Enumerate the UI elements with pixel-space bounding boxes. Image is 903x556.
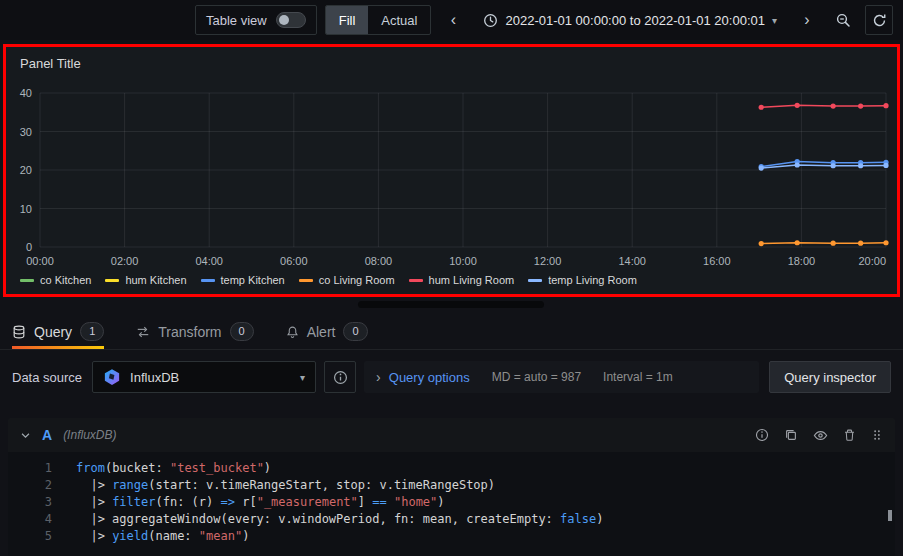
time-range-text: 2022-01-01 00:00:00 to 2022-01-01 20:00:… bbox=[505, 13, 765, 28]
legend-swatch bbox=[201, 279, 215, 282]
legend-label: temp Living Room bbox=[548, 274, 637, 286]
interval-text: Interval = 1m bbox=[603, 370, 673, 384]
legend-item[interactable]: hum Kitchen bbox=[105, 274, 186, 286]
line-number: 5 bbox=[8, 528, 52, 545]
grip-icon bbox=[871, 428, 883, 442]
tab-query-label: Query bbox=[34, 324, 72, 340]
remove-query-button[interactable] bbox=[843, 428, 856, 442]
panel-title: Panel Title bbox=[6, 47, 897, 71]
transform-count-badge: 0 bbox=[230, 322, 254, 341]
code-line[interactable]: 3 |> filter(fn: (r) => r["_measurement"]… bbox=[8, 494, 895, 511]
legend-swatch bbox=[409, 279, 423, 282]
legend-item[interactable]: hum Living Room bbox=[409, 274, 515, 286]
help-circle-icon bbox=[755, 428, 769, 442]
datasource-row: Data source InfluxDB ▾ › Query options M… bbox=[0, 360, 903, 394]
flux-code: 1from(bucket: "test_bucket")2 |> range(s… bbox=[8, 460, 895, 545]
tab-alert[interactable]: Alert 0 bbox=[286, 314, 368, 349]
svg-text:00:00: 00:00 bbox=[26, 255, 54, 267]
hide-response-button[interactable] bbox=[813, 428, 828, 443]
line-number: 2 bbox=[8, 477, 52, 494]
drag-query-handle[interactable] bbox=[871, 428, 883, 442]
duplicate-query-button[interactable] bbox=[784, 428, 798, 442]
legend-swatch bbox=[299, 279, 313, 282]
table-view-switch[interactable] bbox=[276, 12, 306, 28]
editor-overview-mark bbox=[888, 510, 892, 521]
info-circle-icon bbox=[333, 370, 348, 385]
eye-icon bbox=[813, 428, 828, 443]
select-caret-icon: ▾ bbox=[300, 372, 305, 383]
query-options-label: Query options bbox=[389, 370, 470, 385]
caret-down-icon: ▾ bbox=[772, 15, 777, 26]
fill-actual-segment: Fill Actual bbox=[325, 5, 432, 35]
legend-item[interactable]: temp Kitchen bbox=[201, 274, 285, 286]
datasource-value: InfluxDB bbox=[130, 370, 179, 385]
legend-label: hum Kitchen bbox=[125, 274, 186, 286]
query-editor-header: A (InfluxDB) bbox=[8, 418, 895, 452]
influxdb-logo bbox=[103, 368, 121, 386]
svg-text:14:00: 14:00 bbox=[618, 255, 646, 267]
pane-resize-handle[interactable] bbox=[358, 301, 544, 308]
bell-icon bbox=[286, 325, 299, 339]
timeseries-chart[interactable]: 01020304000:0002:0004:0006:0008:0010:001… bbox=[10, 83, 895, 273]
legend-swatch bbox=[20, 279, 34, 282]
trash-icon bbox=[843, 428, 856, 442]
svg-text:10:00: 10:00 bbox=[449, 255, 477, 267]
legend-item[interactable]: co Kitchen bbox=[20, 274, 91, 286]
options-chevron-icon: › bbox=[376, 369, 381, 385]
database-icon bbox=[12, 325, 26, 339]
svg-text:18:00: 18:00 bbox=[788, 255, 816, 267]
chevron-right-icon: › bbox=[804, 11, 809, 29]
editor-tabs: Query 1 Transform 0 Alert 0 bbox=[0, 314, 903, 350]
time-range-picker[interactable]: 2022-01-01 00:00:00 to 2022-01-01 20:00:… bbox=[475, 5, 785, 35]
svg-text:08:00: 08:00 bbox=[365, 255, 393, 267]
time-shift-forward-button[interactable]: › bbox=[793, 5, 821, 35]
chart-legend: co Kitchenhum Kitchentemp Kitchenco Livi… bbox=[6, 273, 897, 286]
legend-swatch bbox=[528, 279, 542, 282]
code-line[interactable]: 4 |> aggregateWindow(every: v.windowPeri… bbox=[8, 511, 895, 528]
refresh-button[interactable] bbox=[865, 5, 893, 35]
table-view-control[interactable]: Table view bbox=[195, 5, 317, 35]
svg-text:40: 40 bbox=[20, 87, 32, 99]
code-line[interactable]: 5 |> yield(name: "mean") bbox=[8, 528, 895, 545]
query-editor-card: A (InfluxDB) bbox=[8, 418, 895, 556]
fill-option[interactable]: Fill bbox=[326, 6, 369, 34]
line-number: 3 bbox=[8, 494, 52, 511]
svg-text:20:00: 20:00 bbox=[858, 255, 886, 267]
chevron-down-icon bbox=[20, 430, 31, 441]
line-number: 4 bbox=[8, 511, 52, 528]
svg-text:06:00: 06:00 bbox=[280, 255, 308, 267]
zoom-out-icon bbox=[835, 12, 851, 28]
datasource-select[interactable]: InfluxDB ▾ bbox=[92, 361, 316, 393]
svg-text:20: 20 bbox=[20, 164, 32, 176]
legend-item[interactable]: temp Living Room bbox=[528, 274, 637, 286]
collapse-query-button[interactable] bbox=[20, 430, 31, 441]
code-line[interactable]: 2 |> range(start: v.timeRangeStart, stop… bbox=[8, 477, 895, 494]
actual-option[interactable]: Actual bbox=[368, 6, 430, 34]
query-help-button[interactable] bbox=[755, 428, 769, 442]
svg-text:16:00: 16:00 bbox=[703, 255, 731, 267]
datasource-label: Data source bbox=[12, 370, 82, 385]
tab-transform[interactable]: Transform 0 bbox=[136, 314, 253, 349]
query-actions bbox=[755, 428, 883, 443]
time-shift-back-button[interactable]: ‹ bbox=[439, 5, 467, 35]
code-line[interactable]: 1from(bucket: "test_bucket") bbox=[8, 460, 895, 477]
chevron-left-icon: ‹ bbox=[451, 11, 456, 29]
clock-icon bbox=[483, 13, 498, 28]
legend-label: hum Living Room bbox=[429, 274, 515, 286]
tab-transform-label: Transform bbox=[158, 324, 221, 340]
legend-swatch bbox=[105, 279, 119, 282]
svg-text:10: 10 bbox=[20, 203, 32, 215]
datasource-help-button[interactable] bbox=[324, 361, 356, 393]
svg-text:12:00: 12:00 bbox=[534, 255, 562, 267]
legend-item[interactable]: co Living Room bbox=[299, 274, 395, 286]
query-datasource-hint: (InfluxDB) bbox=[63, 428, 116, 442]
svg-text:04:00: 04:00 bbox=[195, 255, 223, 267]
query-options-toggle[interactable]: › Query options MD = auto = 987 Interval… bbox=[364, 361, 759, 393]
query-inspector-button[interactable]: Query inspector bbox=[769, 361, 891, 393]
flux-code-editor[interactable]: 1from(bucket: "test_bucket")2 |> range(s… bbox=[8, 452, 895, 556]
zoom-out-button[interactable] bbox=[829, 5, 857, 35]
tab-alert-label: Alert bbox=[307, 324, 336, 340]
query-ref-id[interactable]: A bbox=[42, 427, 52, 443]
tab-query[interactable]: Query 1 bbox=[12, 314, 104, 349]
editor-toolbar: Table view Fill Actual ‹ 2022-01-01 00:0… bbox=[0, 0, 903, 40]
